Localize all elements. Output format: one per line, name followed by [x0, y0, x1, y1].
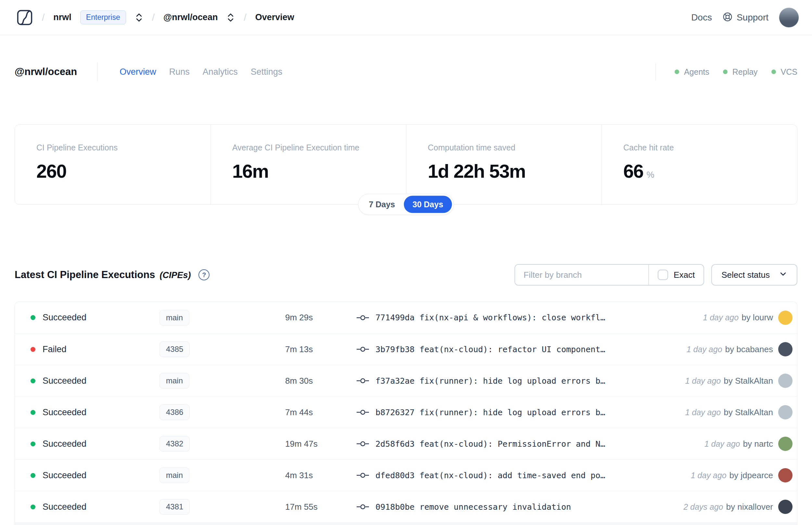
status-dot — [31, 505, 35, 509]
commit-message: remove unnecessary invalidation — [419, 502, 571, 512]
cipe-row[interactable]: Failed 4385 7m 13s 3b79fb38feat(nx-cloud… — [15, 333, 797, 365]
commit-hash: b8726327 — [376, 408, 414, 417]
branch-badge: 4381 — [159, 499, 190, 515]
stat-computation-time-saved: Computation time saved 1d 22h 53m — [406, 125, 601, 204]
stat-value: 260 — [36, 160, 204, 182]
breadcrumb-page: Overview — [255, 12, 294, 22]
cipe-row[interactable]: Succeeded main 9m 29s 771499dafix(nx-api… — [15, 302, 797, 333]
commit-message: feat(nx-cloud): add time-saved end po… — [419, 471, 605, 480]
workspace-title: @nrwl/ocean — [15, 66, 77, 78]
support-link[interactable]: Support — [722, 12, 768, 24]
status-label: Succeeded — [43, 502, 87, 512]
status-agents[interactable]: Agents — [675, 67, 709, 77]
stat-label: Cache hit rate — [623, 143, 791, 152]
status-replay[interactable]: Replay — [723, 67, 758, 77]
branch-badge: main — [159, 373, 189, 389]
breadcrumb-workspace[interactable]: @nrwl/ocean — [163, 12, 218, 22]
workspace-switcher-chevrons-icon[interactable] — [226, 12, 235, 23]
breadcrumb-org[interactable]: nrwl — [53, 12, 72, 22]
cipe-row[interactable]: Succeeded 4382 19m 47s 2d58f6d3feat(nx-c… — [15, 428, 797, 460]
duration: 4m 31s — [285, 470, 356, 480]
cipe-row[interactable]: Succeeded 4386 7m 44s b8726327fix(runner… — [15, 396, 797, 428]
time-ago: 1 day ago — [703, 313, 739, 322]
divider — [656, 63, 656, 80]
exact-match-option: Exact — [648, 265, 704, 285]
range-7-days[interactable]: 7 Days — [360, 196, 404, 213]
git-commit-icon — [356, 314, 370, 322]
stat-label: CI Pipeline Executions — [36, 143, 204, 152]
tab-runs[interactable]: Runs — [169, 67, 190, 77]
status-label: Succeeded — [43, 376, 87, 386]
author-avatar — [778, 500, 793, 514]
duration: 17m 55s — [285, 502, 356, 512]
stat-cache-hit-rate: Cache hit rate 66% — [601, 125, 797, 204]
cipe-row[interactable]: Succeeded 4381 17m 55s 0918b0beremove un… — [15, 491, 797, 522]
branch-badge: main — [159, 310, 189, 326]
help-icon[interactable]: ? — [198, 269, 210, 280]
docs-link[interactable]: Docs — [691, 12, 712, 23]
lifebuoy-icon — [722, 12, 733, 24]
breadcrumb-separator: / — [42, 12, 45, 23]
status-dot — [31, 347, 35, 352]
stat-average-execution-time: Average CI Pipeline Execution time 16m — [211, 125, 406, 204]
branch-badge: 4382 — [159, 436, 190, 452]
duration: 7m 13s — [285, 344, 356, 355]
commit-hash: f37a32ae — [376, 376, 414, 386]
author-avatar — [778, 311, 793, 325]
org-switcher-chevrons-icon[interactable] — [135, 12, 143, 23]
enterprise-badge: Enterprise — [80, 10, 126, 24]
cipe-row[interactable]: Succeeded main 8m 30s f37a32aefix(runner… — [15, 365, 797, 396]
tab-analytics[interactable]: Analytics — [203, 67, 238, 77]
status-label: Succeeded — [43, 407, 87, 418]
stat-label: Computation time saved — [428, 143, 595, 152]
percent-suffix: % — [647, 170, 655, 180]
time-ago: 1 day ago — [691, 471, 726, 480]
exact-label[interactable]: Exact — [674, 270, 695, 280]
status-dot — [31, 410, 35, 415]
chevron-down-icon — [779, 270, 787, 280]
duration: 19m 47s — [285, 439, 356, 449]
status-dot — [31, 315, 35, 320]
breadcrumb-separator: / — [244, 12, 246, 23]
date-range-toggle: 7 Days 30 Days — [358, 194, 454, 215]
status-vcs[interactable]: VCS — [771, 67, 797, 77]
status-label: Succeeded — [43, 313, 87, 322]
commit-message: feat(nx-cloud): refactor UI component… — [419, 345, 605, 354]
tab-overview[interactable]: Overview — [120, 67, 156, 77]
branch-badge: 4385 — [159, 342, 190, 357]
range-30-days[interactable]: 30 Days — [404, 196, 452, 213]
commit-hash: 0918b0be — [376, 502, 414, 512]
stat-value: 1d 22h 53m — [428, 160, 595, 182]
author: by nixallover — [726, 502, 773, 512]
exact-checkbox[interactable] — [658, 270, 668, 280]
stat-ci-pipeline-executions: CI Pipeline Executions 260 — [15, 125, 211, 204]
time-ago: 1 day ago — [687, 345, 722, 354]
branch-filter-input[interactable] — [515, 265, 648, 285]
commit-message: fix(nx-api & workflows): close workfl… — [419, 313, 605, 322]
cipe-row[interactable]: Succeeded main 4m 31s dfed80d3feat(nx-cl… — [15, 460, 797, 491]
commit-message: fix(runner): hide log upload errors b… — [419, 376, 605, 386]
status-label: Failed — [43, 344, 66, 355]
status-select-dropdown[interactable]: Select status — [711, 264, 797, 286]
commit-hash: 2d58f6d3 — [376, 439, 414, 449]
author-avatar — [778, 405, 793, 419]
duration: 7m 44s — [285, 407, 356, 418]
tab-settings[interactable]: Settings — [251, 67, 282, 77]
time-ago: 1 day ago — [685, 408, 721, 417]
duration: 9m 29s — [285, 313, 356, 322]
author: by nartc — [743, 439, 773, 449]
breadcrumb: / nrwl Enterprise / @nrwl/ocean / Overvi… — [16, 9, 294, 26]
user-avatar[interactable] — [779, 7, 799, 28]
cipe-section-header: Latest CI Pipeline Executions (CIPEs) ? … — [15, 264, 797, 286]
top-navigation-bar: / nrwl Enterprise / @nrwl/ocean / Overvi… — [0, 0, 812, 35]
green-dot-icon — [771, 70, 776, 74]
nx-cloud-logo-icon[interactable] — [16, 9, 33, 26]
author-avatar — [778, 437, 793, 451]
commit-hash: 3b79fb38 — [376, 345, 414, 354]
stats-summary-card: CI Pipeline Executions 260 Average CI Pi… — [15, 124, 797, 205]
status-dot — [31, 378, 35, 384]
git-commit-icon — [356, 408, 370, 417]
branch-badge: 4386 — [159, 404, 190, 420]
duration: 8m 30s — [285, 376, 356, 386]
stat-value: 66% — [623, 160, 791, 182]
